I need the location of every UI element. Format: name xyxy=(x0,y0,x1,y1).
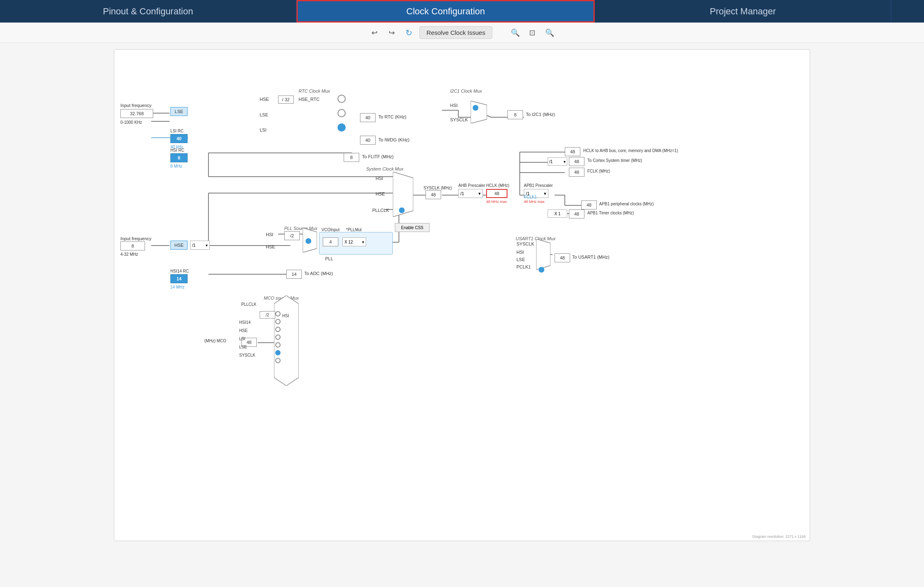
mco-radio-2[interactable] xyxy=(275,319,281,324)
mco-hsi14: HSI14 xyxy=(239,320,251,325)
i2c-val-box[interactable]: 8 xyxy=(507,110,523,119)
mco-radio-1[interactable] xyxy=(275,311,281,316)
top-nav: Pinout & Configuration Clock Configurati… xyxy=(0,0,924,23)
to-i2c1-label: To I2C1 (MHz) xyxy=(526,112,555,117)
hclk-ahb-label: HCLK to AHB bus, core, memory and DMA (M… xyxy=(583,148,678,153)
usart-lse-label: LSE xyxy=(516,257,525,262)
hclk-ahb-val[interactable]: 48 xyxy=(565,147,580,156)
system-clock-mux-label: System Clock Mux xyxy=(366,166,403,171)
to-usart1-label: To USART1 (MHz) xyxy=(572,255,609,259)
lsi-label-rtc: LSI xyxy=(260,127,267,132)
x1-label: X 1 xyxy=(548,209,567,218)
hse-div32: / 32 xyxy=(278,96,294,104)
status-bar: Diagram resolution: 2271 x 1168 xyxy=(752,535,806,539)
refresh-button[interactable]: ↻ xyxy=(402,26,415,39)
pll-label: PLL xyxy=(325,256,333,261)
hsi14-rc-freq: 14 MHz xyxy=(170,285,184,289)
hclk-mhz-label: HCLK (MHz) xyxy=(486,183,510,188)
rtc-40-2[interactable]: 40 xyxy=(360,136,376,145)
i2c1-clock-mux-label: I2C1 Clock Mux xyxy=(450,89,482,93)
hse-div1-select[interactable]: /1▾ xyxy=(190,241,210,250)
i2c-mux-circle xyxy=(473,105,478,111)
mco-radio-3[interactable] xyxy=(275,327,281,332)
nav-pinout[interactable]: Pinout & Configuration xyxy=(0,0,297,23)
mco-lsi: LSI xyxy=(239,337,245,341)
nav-tools[interactable] xyxy=(891,0,924,23)
main-content: RTC Clock Mux I2C1 Clock Mux System Cloc… xyxy=(0,43,924,587)
hsi14-rc-val: 14 xyxy=(170,274,188,283)
apb1-timer-label: APB1 Timer clocks (MHz) xyxy=(587,211,634,215)
i2c-hsi-label: HSI xyxy=(450,103,457,108)
mco-sysclk: SYSCLK xyxy=(239,353,255,357)
ahb-div-select[interactable]: /1 ▾ xyxy=(458,189,483,198)
rtc-mux-circle-1 xyxy=(337,95,346,103)
sys-hse-label: HSE xyxy=(376,191,385,196)
lsi-rc-val: 40 xyxy=(170,134,188,143)
hclk-val-box[interactable]: 48 xyxy=(486,189,507,198)
fclk-val[interactable]: 48 xyxy=(569,168,584,177)
mco-mux-svg xyxy=(274,296,299,386)
nav-clock[interactable]: Clock Configuration xyxy=(297,0,595,23)
hse-box: HSE xyxy=(170,241,188,250)
cortex-timer-val[interactable]: 48 xyxy=(569,157,584,166)
mco-radio-7[interactable] xyxy=(275,358,281,363)
fit-button[interactable]: ⊡ xyxy=(526,26,539,39)
hsi-rc-val: 8 xyxy=(170,153,188,162)
input-freq-val-2[interactable]: 8 xyxy=(120,241,145,250)
vco-val-box[interactable]: 4 xyxy=(323,237,338,246)
mco-lse: LSE xyxy=(239,345,247,349)
rtc-40-1[interactable]: 40 xyxy=(360,113,376,122)
mco-hse: HSE xyxy=(239,328,248,333)
adc-val-box[interactable]: 14 xyxy=(286,270,302,279)
usart1-val-box[interactable]: 48 xyxy=(555,253,570,262)
pll-mux-dot xyxy=(306,238,311,244)
nav-project[interactable]: Project Manager xyxy=(595,0,891,23)
usart-sysclk-label: SYSCLK xyxy=(516,241,534,246)
clock-diagram: RTC Clock Mux I2C1 Clock Mux System Cloc… xyxy=(114,49,810,541)
hsi14-rc-label: HSI14 RC xyxy=(170,269,189,273)
mco-radio-4[interactable] xyxy=(275,334,281,340)
lse-label-rtc: LSE xyxy=(260,112,268,117)
flitf-box[interactable]: 8 xyxy=(344,153,359,162)
pll-hsi-label: HSI xyxy=(266,232,273,237)
usart-pclk1-label: PCLK1 xyxy=(516,264,531,269)
svg-marker-39 xyxy=(471,101,487,123)
apb1-periph-label: APB1 peripheral clocks (MHz) xyxy=(599,202,654,206)
undo-button[interactable]: ↩ xyxy=(368,26,381,39)
rtc-mux-circle-2 xyxy=(337,109,346,117)
usart-hsi-label: HSI xyxy=(516,250,524,255)
zoom-out-button[interactable]: 🔍 xyxy=(543,26,556,39)
pll-x12-select[interactable]: X 12▾ xyxy=(342,237,366,246)
hse-rtc-label: HSE_RTC xyxy=(299,97,319,102)
zoom-in-button[interactable]: 🔍 xyxy=(509,26,522,39)
hsi-rc-freq: 8 MHz xyxy=(170,164,182,168)
apb1-timer-val[interactable]: 48 xyxy=(569,209,584,218)
svg-marker-43 xyxy=(274,296,299,386)
sysclk-box[interactable]: 48 xyxy=(426,190,441,199)
cortex-div-select[interactable]: /1▾ xyxy=(548,157,567,166)
apb1-periph-val[interactable]: 48 xyxy=(581,200,597,209)
rtc-clock-mux-label: RTC Clock Mux xyxy=(299,89,330,93)
svg-marker-42 xyxy=(536,239,550,270)
vco-area: VCOInput *PLLMul 4 X 12▾ xyxy=(319,232,393,255)
pll-div2-box: /2 xyxy=(284,231,300,240)
mco-radio-5[interactable] xyxy=(275,342,281,348)
resolve-clock-button[interactable]: Resolve Clock Issues xyxy=(419,26,492,39)
lsi-rc-label: LSI RC xyxy=(170,129,183,133)
mco-div2: /2 xyxy=(260,311,275,319)
pclk1-label: PCLK1 xyxy=(524,195,537,199)
mco-radio-6[interactable] xyxy=(275,350,281,355)
input-freq-val-1[interactable]: 32.768 xyxy=(120,109,153,118)
input-freq-label-2: Input frequency xyxy=(120,236,152,241)
fclk-label: FCLK (MHz) xyxy=(587,169,610,173)
i2c-mux-svg xyxy=(471,101,487,123)
apb1-prescaler-label: APB1 Prescaler xyxy=(524,183,553,188)
input-freq-range-1: 0-1000 KHz xyxy=(120,120,142,125)
i2c-sysclk-label: SYSCLK xyxy=(450,117,468,122)
input-freq-range-2: 4-32 MHz xyxy=(120,252,138,257)
enable-css-btn[interactable]: Enable CSS xyxy=(395,223,430,232)
to-flitf-label: To FLITF (MHz) xyxy=(362,154,394,159)
redo-button[interactable]: ↪ xyxy=(385,26,398,39)
usart-mux-svg xyxy=(536,239,550,270)
to-rtc-label: To RTC (KHz) xyxy=(378,114,406,119)
